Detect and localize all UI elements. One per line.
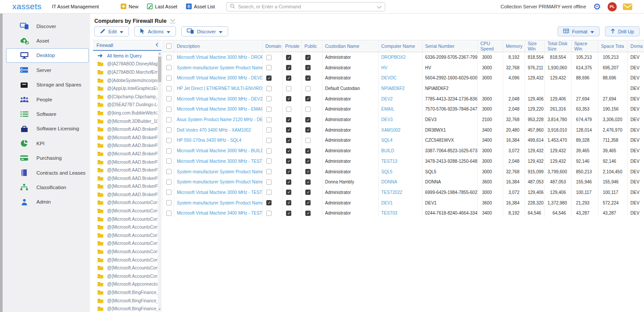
description-link[interactable]: HP Jet Direct ( ETHERNET MULTI-ENVIRONME… — [177, 86, 263, 91]
collapse-panel-icon[interactable] — [155, 43, 158, 48]
sidebar-item-purchasing[interactable]: Purchasing — [3, 151, 90, 165]
description-link[interactable]: Dell Vostro 470 3400 MHz - XAM1002 — [177, 128, 251, 133]
pub-checkbox[interactable] — [305, 65, 311, 70]
computer-name-link[interactable]: NPIA8D6F2 — [381, 86, 404, 91]
computer-name-link[interactable]: SQL4 — [381, 138, 393, 143]
drill-up-button[interactable]: Drill Up — [605, 26, 640, 36]
description-link[interactable]: Microsoft Virtual Machine 3000 MHz - DEV… — [177, 75, 263, 80]
dom-checkbox[interactable] — [266, 138, 272, 143]
tree-item[interactable]: @{Clipchamp.Clipchamp_3 — [93, 93, 157, 101]
priv-checkbox[interactable] — [286, 65, 291, 70]
priv-checkbox[interactable] — [286, 86, 291, 91]
priv-checkbox[interactable] — [286, 179, 291, 185]
description-link[interactable]: System manufacturer System Product Name … — [177, 201, 263, 205]
computer-name-link[interactable]: DEVDC — [381, 75, 397, 80]
pub-checkbox[interactable] — [305, 127, 311, 133]
pub-checkbox[interactable] — [305, 211, 311, 216]
tree-item[interactable]: @{AppUp.IntelGraphicsEx — [93, 84, 157, 93]
tree-item[interactable]: @{A278AB0D.MarchofEm — [93, 68, 157, 76]
tree-item[interactable]: @{A278AB0D.DisneyMagi — [93, 60, 157, 68]
tree-item[interactable]: @{Microsoft.AAD.BrokerPl — [93, 183, 157, 191]
priv-checkbox[interactable] — [286, 55, 291, 60]
pub-checkbox[interactable] — [305, 158, 311, 164]
scroll-down-icon[interactable]: ▼ — [158, 308, 161, 312]
col-header-priv[interactable]: Private — [283, 40, 302, 52]
tree-item[interactable]: @{Microsoft.AAD.BrokerPl — [93, 142, 157, 150]
tree-item[interactable]: @{Microsoft.AAD.BrokerPl — [93, 158, 157, 166]
topbar-button-new[interactable]: New — [121, 4, 138, 10]
priv-checkbox[interactable] — [286, 148, 291, 154]
col-header-total_disk[interactable]: Total Disk Size — [545, 40, 572, 52]
edit-button[interactable]: Edit — [94, 26, 129, 36]
tree-item[interactable]: All Items in Query — [93, 52, 157, 60]
pub-checkbox[interactable] — [305, 55, 311, 60]
col-header-mem[interactable]: Memory — [503, 40, 525, 52]
row-select-checkbox[interactable] — [166, 138, 172, 143]
tree-item[interactable]: @{Microsoft.AAD.BrokerPl — [93, 150, 157, 158]
computer-name-link[interactable]: DROPBOX2 — [381, 55, 406, 60]
computer-name-link[interactable]: BUILD — [381, 148, 394, 153]
dom-checkbox[interactable] — [266, 127, 272, 133]
tree-item[interactable]: @{D5EA27B7.Duolingo-Le — [93, 101, 157, 109]
sidebar-item-classification[interactable]: Classification — [3, 180, 90, 194]
col-header-space_tota[interactable]: Space Tota — [598, 40, 628, 52]
tree-item[interactable]: @{Microsoft.AccountsCont — [93, 199, 157, 207]
dom-checkbox[interactable] — [266, 55, 272, 60]
scrollbar-thumb[interactable] — [158, 57, 161, 82]
sidebar-item-storage-and-spares[interactable]: Storage and Spares — [3, 78, 90, 92]
description-link[interactable]: Microsoft Virtual Machine 3000 MHz - EMA… — [177, 107, 263, 111]
priv-checkbox[interactable] — [286, 211, 291, 216]
description-link[interactable]: Microsoft Virtual Machine 3000 MHz - DEV… — [177, 97, 262, 101]
pub-checkbox[interactable] — [305, 138, 311, 143]
computer-name-link[interactable]: TEST13 — [381, 159, 397, 164]
pub-checkbox[interactable] — [305, 148, 311, 154]
computer-name-link[interactable]: DEV3 — [381, 117, 393, 122]
computer-name-link[interactable]: TEST2022 — [381, 190, 402, 195]
topbar-button-last-asset[interactable]: Last Asset — [147, 4, 177, 10]
row-select-checkbox[interactable] — [166, 75, 172, 81]
description-link[interactable]: HP 550-170na 3420 MHz - SQL4 — [177, 138, 241, 143]
row-select-checkbox[interactable] — [166, 117, 172, 122]
command-search-box[interactable] — [226, 2, 385, 11]
tree-scrollbar[interactable]: ▲ ▼ — [158, 52, 161, 312]
priv-checkbox[interactable] — [286, 200, 291, 205]
priv-checkbox[interactable] — [286, 107, 291, 112]
tree-item[interactable]: @{Microsoft.AccountsCont — [93, 231, 157, 240]
discover-button[interactable]: Discover — [181, 26, 228, 36]
dom-checkbox[interactable] — [266, 65, 272, 70]
sidebar-item-asset[interactable]: Asset — [3, 33, 90, 48]
sidebar-item-software[interactable]: Software — [3, 107, 90, 121]
priv-checkbox[interactable] — [286, 117, 291, 122]
description-link[interactable]: Asus System Product Name 2120 MHz - DEV3 — [177, 117, 263, 122]
scroll-up-icon[interactable]: ▲ — [158, 52, 161, 56]
description-link[interactable]: Microsoft Virtual Machine 3000 MHz - TES… — [177, 159, 263, 164]
col-header-domain2[interactable]: Doma — [628, 40, 644, 52]
computer-name-link[interactable]: XAM1002 — [381, 128, 401, 133]
dom-checkbox[interactable] — [266, 169, 272, 174]
col-header-cpu[interactable]: CPU Speed — [478, 40, 503, 52]
col-header-space_win[interactable]: Space Win — [572, 40, 598, 52]
pub-checkbox[interactable] — [305, 86, 311, 91]
tree-item[interactable]: @{Microsoft.AccountsCont — [93, 272, 157, 280]
row-select-checkbox[interactable] — [166, 158, 172, 164]
tree-item[interactable]: @{AdobeSystemsIncorpor — [93, 76, 157, 85]
col-header-dom[interactable]: Domain — [263, 40, 283, 52]
priv-checkbox[interactable] — [286, 169, 291, 174]
row-select-checkbox[interactable] — [166, 148, 172, 154]
topbar-button-asset-list[interactable]: Asset List — [186, 4, 215, 10]
select-all-checkbox[interactable] — [166, 43, 172, 49]
settings-gear-icon[interactable]: ⚙ — [593, 2, 601, 11]
dom-checkbox[interactable] — [266, 96, 272, 101]
description-link[interactable]: System manufacturer System Product Name … — [177, 169, 263, 174]
col-header-desc[interactable]: Description — [174, 40, 263, 52]
sidebar-item-desktop[interactable]: Desktop — [6, 48, 89, 63]
row-select-checkbox[interactable] — [166, 65, 172, 70]
dom-checkbox[interactable] — [266, 190, 272, 195]
col-header-size_win[interactable]: Size Win — [525, 40, 545, 52]
row-select-checkbox[interactable] — [166, 96, 172, 101]
row-select-checkbox[interactable] — [166, 107, 172, 112]
tree-item[interactable]: @{Microsoft.AccountsCont — [93, 223, 157, 231]
computer-name-link[interactable]: EMAIL — [381, 107, 394, 111]
sidebar-item-discover[interactable]: Discover — [3, 19, 90, 33]
row-select-checkbox[interactable] — [166, 211, 172, 216]
